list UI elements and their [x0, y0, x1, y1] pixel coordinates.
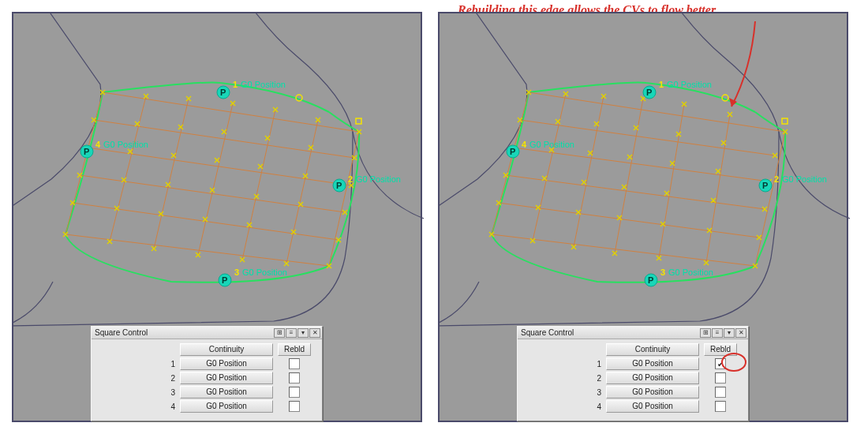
svg-text:2: 2: [774, 174, 779, 184]
row-num: 4: [96, 402, 175, 411]
continuity-header-button[interactable]: Continuity: [180, 343, 273, 356]
edge4-handle: P 4 G0 Position: [507, 140, 574, 158]
edge4-handle: P 4 G0 Position: [80, 140, 148, 158]
svg-text:4: 4: [95, 140, 101, 149]
edge2-handle: P 2 G0 Position: [333, 174, 401, 192]
square-control-dialog[interactable]: Square Control ⊞ ≡ ▾ ✕ Continuity Rebld …: [91, 326, 323, 421]
rebld-check-1[interactable]: [289, 358, 300, 369]
edge1-handle: P 1 G0 Position: [217, 80, 286, 99]
menu-icon[interactable]: ≡: [712, 328, 723, 338]
dialog-title: Square Control: [521, 328, 700, 337]
svg-point-2: [217, 86, 230, 99]
viewport-left[interactable]: P 1 G0 Position P 2 G0 Position P 3 G0 P…: [12, 12, 422, 422]
dialog-title: Square Control: [95, 328, 274, 337]
continuity-button-3[interactable]: G0 Position: [180, 386, 273, 398]
continuity-button-4[interactable]: G0 Position: [180, 400, 273, 413]
svg-text:P: P: [646, 88, 652, 97]
rebld-check-4[interactable]: [289, 401, 300, 412]
expand-icon[interactable]: ⊞: [700, 328, 711, 338]
rebld-check-2[interactable]: [715, 372, 726, 383]
rebld-check-4[interactable]: [715, 401, 726, 412]
svg-text:G0 Position: G0 Position: [668, 268, 713, 277]
viewport-right[interactable]: P 1 G0 Position P 2 G0 Position P 3 G0 P…: [438, 12, 848, 422]
svg-point-0: [296, 95, 302, 101]
svg-point-6: [333, 179, 346, 192]
svg-text:P: P: [84, 147, 89, 156]
row-num: 1: [96, 360, 175, 369]
rebld-check-3[interactable]: [715, 387, 726, 398]
svg-text:G0 Position: G0 Position: [529, 140, 574, 149]
svg-text:P: P: [648, 275, 653, 285]
svg-text:4: 4: [522, 140, 527, 149]
close-icon[interactable]: ✕: [735, 328, 746, 338]
svg-point-14: [80, 145, 93, 158]
svg-point-32: [507, 145, 519, 158]
dropdown-icon[interactable]: ▾: [297, 328, 309, 338]
close-icon[interactable]: ✕: [309, 328, 320, 338]
svg-point-28: [645, 274, 657, 286]
svg-point-24: [759, 179, 772, 192]
svg-point-18: [722, 95, 728, 101]
row-num: 3: [96, 388, 175, 397]
svg-text:P: P: [762, 181, 768, 190]
rebld-header-button[interactable]: Rebld: [704, 343, 737, 356]
expand-icon[interactable]: ⊞: [274, 328, 285, 338]
svg-point-10: [219, 274, 231, 286]
svg-point-20: [643, 86, 656, 99]
continuity-button-2[interactable]: G0 Position: [180, 372, 273, 384]
edge1-handle: P 1 G0 Position: [643, 80, 712, 99]
svg-text:P: P: [510, 147, 515, 156]
rebld-check-2[interactable]: [289, 372, 300, 383]
row-num: 2: [522, 374, 601, 383]
svg-text:G0 Position: G0 Position: [667, 80, 712, 89]
rebld-check-3[interactable]: [289, 387, 300, 398]
svg-text:G0 Position: G0 Position: [241, 80, 286, 89]
continuity-button-3[interactable]: G0 Position: [606, 386, 699, 398]
edge3-handle: P 3 G0 Position: [219, 268, 287, 286]
continuity-header-button[interactable]: Continuity: [606, 343, 699, 356]
svg-text:P: P: [220, 88, 226, 97]
svg-text:G0 Position: G0 Position: [356, 174, 401, 184]
continuity-button-2[interactable]: G0 Position: [606, 372, 699, 384]
edge2-handle: P 2 G0 Position: [759, 174, 827, 192]
svg-text:1: 1: [233, 80, 238, 89]
svg-text:G0 Position: G0 Position: [103, 140, 148, 149]
svg-text:1: 1: [659, 80, 664, 89]
continuity-button-4[interactable]: G0 Position: [606, 400, 699, 413]
svg-text:2: 2: [348, 174, 353, 184]
svg-text:G0 Position: G0 Position: [782, 174, 827, 184]
continuity-button-1[interactable]: G0 Position: [180, 357, 273, 370]
edge3-handle: P 3 G0 Position: [645, 268, 713, 286]
svg-rect-1: [356, 118, 361, 124]
row-num: 1: [522, 360, 601, 369]
menu-icon[interactable]: ≡: [286, 328, 297, 338]
svg-text:P: P: [222, 275, 227, 285]
svg-text:G0 Position: G0 Position: [242, 268, 287, 277]
svg-text:P: P: [336, 181, 342, 190]
continuity-button-1[interactable]: G0 Position: [606, 357, 699, 370]
svg-rect-19: [782, 118, 788, 124]
svg-text:3: 3: [660, 268, 665, 277]
row-num: 3: [522, 388, 601, 397]
square-control-dialog[interactable]: Square Control ⊞ ≡ ▾ ✕ Continuity Rebld …: [517, 326, 749, 421]
dialog-titlebar[interactable]: Square Control ⊞ ≡ ▾ ✕: [518, 327, 748, 339]
row-num: 4: [522, 402, 601, 411]
row-num: 2: [96, 374, 175, 383]
rebld-header-button[interactable]: Rebld: [278, 343, 311, 356]
dialog-titlebar[interactable]: Square Control ⊞ ≡ ▾ ✕: [92, 327, 322, 339]
rebld-check-1[interactable]: ✔: [715, 358, 726, 369]
svg-text:3: 3: [234, 268, 239, 277]
dropdown-icon[interactable]: ▾: [724, 328, 735, 338]
